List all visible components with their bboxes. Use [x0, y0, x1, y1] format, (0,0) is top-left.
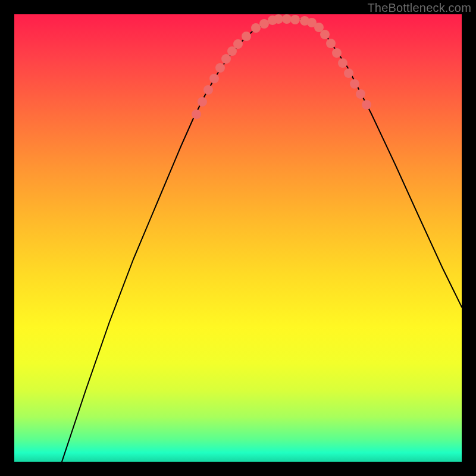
curve-marker — [274, 14, 283, 24]
curve-marker — [338, 58, 347, 68]
curve-marker — [350, 79, 359, 89]
curve-markers — [192, 14, 371, 119]
chart-frame: TheBottleneck.com — [0, 0, 476, 476]
curve-marker — [221, 54, 231, 64]
curve-marker — [251, 23, 261, 33]
curve-marker — [192, 109, 201, 119]
curve-marker — [242, 32, 251, 41]
curve-marker — [282, 14, 292, 24]
curve-marker — [290, 15, 300, 24]
curve-marker — [203, 85, 213, 95]
curve-marker — [259, 19, 269, 29]
curve-marker — [326, 39, 336, 48]
curve-marker — [233, 39, 243, 49]
chart-svg-layer — [14, 14, 462, 462]
watermark-text: TheBottleneck.com — [367, 1, 471, 15]
curve-marker — [332, 48, 342, 58]
curve-marker — [320, 30, 330, 39]
bottleneck-curve — [62, 19, 462, 462]
curve-marker — [209, 74, 219, 83]
curve-marker — [356, 89, 365, 99]
curve-marker — [362, 100, 371, 109]
plot-area — [14, 14, 462, 462]
curve-marker — [198, 97, 207, 107]
curve-marker — [344, 68, 353, 78]
curve-marker — [215, 63, 225, 73]
